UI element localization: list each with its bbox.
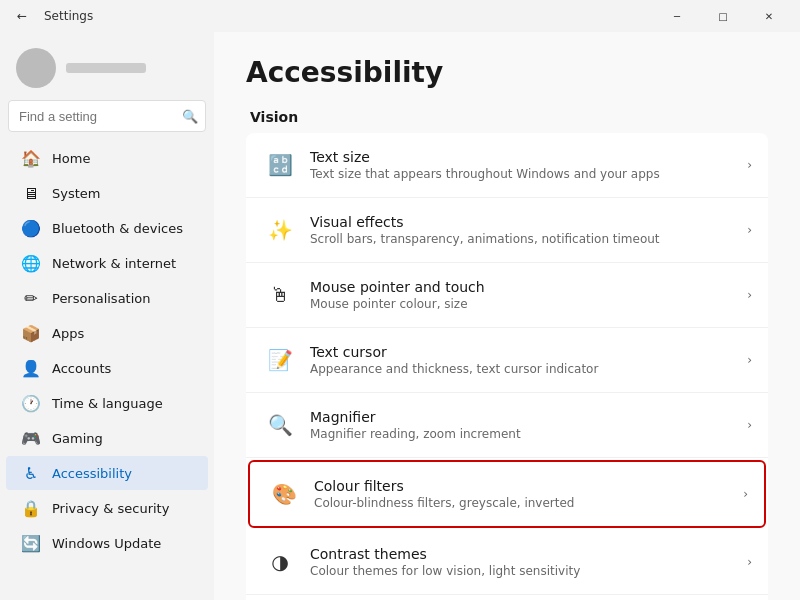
settings-item-narrator[interactable]: 🔊 Narrator Voice, verbosity, keyboard, b… xyxy=(246,595,768,600)
sections-container: Vision 🔡 Text size Text size that appear… xyxy=(246,109,768,600)
sidebar-item-label-apps: Apps xyxy=(52,326,84,341)
mouse-pointer-desc: Mouse pointer colour, size xyxy=(310,297,747,311)
sidebar-item-label-accessibility: Accessibility xyxy=(52,466,132,481)
profile-name-placeholder xyxy=(66,63,146,73)
colour-filters-label: Colour filters xyxy=(314,478,743,494)
sidebar-item-apps[interactable]: 📦 Apps xyxy=(6,316,208,350)
sidebar-item-privacy[interactable]: 🔒 Privacy & security xyxy=(6,491,208,525)
mouse-pointer-chevron: › xyxy=(747,288,752,302)
settings-item-mouse-pointer[interactable]: 🖱 Mouse pointer and touch Mouse pointer … xyxy=(246,263,768,328)
text-size-text: Text size Text size that appears through… xyxy=(310,149,747,181)
text-cursor-icon: 📝 xyxy=(262,342,298,378)
visual-effects-icon: ✨ xyxy=(262,212,298,248)
sidebar-item-time[interactable]: 🕐 Time & language xyxy=(6,386,208,420)
main-content: Accessibility Vision 🔡 Text size Text si… xyxy=(214,32,800,600)
text-size-label: Text size xyxy=(310,149,747,165)
sidebar-item-label-network: Network & internet xyxy=(52,256,176,271)
colour-filters-chevron: › xyxy=(743,487,748,501)
titlebar-left: ← Settings xyxy=(8,2,93,30)
windows-update-icon: 🔄 xyxy=(22,534,40,552)
contrast-themes-icon: ◑ xyxy=(262,544,298,580)
network-icon: 🌐 xyxy=(22,254,40,272)
sidebar-item-label-system: System xyxy=(52,186,100,201)
profile-info xyxy=(66,63,146,73)
visual-effects-desc: Scroll bars, transparency, animations, n… xyxy=(310,232,747,246)
magnifier-icon: 🔍 xyxy=(262,407,298,443)
sidebar-item-home[interactable]: 🏠 Home xyxy=(6,141,208,175)
maximize-button[interactable]: □ xyxy=(700,0,746,32)
sidebar-item-network[interactable]: 🌐 Network & internet xyxy=(6,246,208,280)
colour-filters-text: Colour filters Colour-blindness filters,… xyxy=(314,478,743,510)
settings-item-contrast-themes[interactable]: ◑ Contrast themes Colour themes for low … xyxy=(246,530,768,595)
system-icon: 🖥 xyxy=(22,184,40,202)
sidebar-item-personalisation[interactable]: ✏️ Personalisation xyxy=(6,281,208,315)
visual-effects-chevron: › xyxy=(747,223,752,237)
avatar xyxy=(16,48,56,88)
sidebar-item-label-gaming: Gaming xyxy=(52,431,103,446)
privacy-icon: 🔒 xyxy=(22,499,40,517)
sidebar-item-gaming[interactable]: 🎮 Gaming xyxy=(6,421,208,455)
sidebar-item-accessibility[interactable]: ♿ Accessibility xyxy=(6,456,208,490)
text-size-desc: Text size that appears throughout Window… xyxy=(310,167,747,181)
search-icon: 🔍 xyxy=(182,109,198,124)
gaming-icon: 🎮 xyxy=(22,429,40,447)
mouse-pointer-text: Mouse pointer and touch Mouse pointer co… xyxy=(310,279,747,311)
window-controls: ─ □ ✕ xyxy=(654,0,792,32)
sidebar-item-label-windows-update: Windows Update xyxy=(52,536,161,551)
sidebar-item-system[interactable]: 🖥 System xyxy=(6,176,208,210)
app-body: 🔍 🏠 Home 🖥 System 🔵 Bluetooth & devices … xyxy=(0,32,800,600)
back-button[interactable]: ← xyxy=(8,2,36,30)
accounts-icon: 👤 xyxy=(22,359,40,377)
bluetooth-icon: 🔵 xyxy=(22,219,40,237)
magnifier-chevron: › xyxy=(747,418,752,432)
text-cursor-label: Text cursor xyxy=(310,344,747,360)
accessibility-icon: ♿ xyxy=(22,464,40,482)
sidebar-item-label-personalisation: Personalisation xyxy=(52,291,151,306)
settings-item-visual-effects[interactable]: ✨ Visual effects Scroll bars, transparen… xyxy=(246,198,768,263)
magnifier-desc: Magnifier reading, zoom increment xyxy=(310,427,747,441)
sidebar-item-windows-update[interactable]: 🔄 Windows Update xyxy=(6,526,208,560)
settings-item-text-size[interactable]: 🔡 Text size Text size that appears throu… xyxy=(246,133,768,198)
sidebar-item-label-time: Time & language xyxy=(52,396,163,411)
text-size-icon: 🔡 xyxy=(262,147,298,183)
search-input[interactable] xyxy=(8,100,206,132)
visual-effects-label: Visual effects xyxy=(310,214,747,230)
time-icon: 🕐 xyxy=(22,394,40,412)
personalisation-icon: ✏️ xyxy=(22,289,40,307)
titlebar-title: Settings xyxy=(44,9,93,23)
visual-effects-text: Visual effects Scroll bars, transparency… xyxy=(310,214,747,246)
settings-item-magnifier[interactable]: 🔍 Magnifier Magnifier reading, zoom incr… xyxy=(246,393,768,458)
sidebar-item-label-accounts: Accounts xyxy=(52,361,111,376)
sidebar-search-container: 🔍 xyxy=(8,100,206,132)
sidebar-profile xyxy=(0,40,214,100)
home-icon: 🏠 xyxy=(22,149,40,167)
settings-item-text-cursor[interactable]: 📝 Text cursor Appearance and thickness, … xyxy=(246,328,768,393)
colour-filters-icon: 🎨 xyxy=(266,476,302,512)
close-button[interactable]: ✕ xyxy=(746,0,792,32)
section-title-vision: Vision xyxy=(246,109,768,125)
contrast-themes-desc: Colour themes for low vision, light sens… xyxy=(310,564,747,578)
mouse-pointer-icon: 🖱 xyxy=(262,277,298,313)
sidebar-item-bluetooth[interactable]: 🔵 Bluetooth & devices xyxy=(6,211,208,245)
contrast-themes-label: Contrast themes xyxy=(310,546,747,562)
sidebar-item-label-privacy: Privacy & security xyxy=(52,501,169,516)
settings-item-colour-filters[interactable]: 🎨 Colour filters Colour-blindness filter… xyxy=(248,460,766,528)
text-cursor-desc: Appearance and thickness, text cursor in… xyxy=(310,362,747,376)
text-size-chevron: › xyxy=(747,158,752,172)
sidebar-item-accounts[interactable]: 👤 Accounts xyxy=(6,351,208,385)
sidebar: 🔍 🏠 Home 🖥 System 🔵 Bluetooth & devices … xyxy=(0,32,214,600)
apps-icon: 📦 xyxy=(22,324,40,342)
colour-filters-desc: Colour-blindness filters, greyscale, inv… xyxy=(314,496,743,510)
contrast-themes-chevron: › xyxy=(747,555,752,569)
magnifier-text: Magnifier Magnifier reading, zoom increm… xyxy=(310,409,747,441)
minimize-button[interactable]: ─ xyxy=(654,0,700,32)
mouse-pointer-label: Mouse pointer and touch xyxy=(310,279,747,295)
contrast-themes-text: Contrast themes Colour themes for low vi… xyxy=(310,546,747,578)
settings-group-vision: 🔡 Text size Text size that appears throu… xyxy=(246,133,768,600)
sidebar-item-label-home: Home xyxy=(52,151,90,166)
titlebar: ← Settings ─ □ ✕ xyxy=(0,0,800,32)
magnifier-label: Magnifier xyxy=(310,409,747,425)
text-cursor-text: Text cursor Appearance and thickness, te… xyxy=(310,344,747,376)
sidebar-item-label-bluetooth: Bluetooth & devices xyxy=(52,221,183,236)
text-cursor-chevron: › xyxy=(747,353,752,367)
